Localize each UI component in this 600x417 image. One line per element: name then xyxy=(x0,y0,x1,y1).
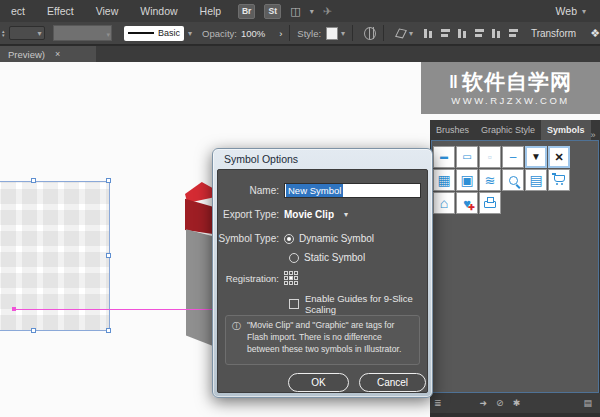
document-tab[interactable]: Preview) × xyxy=(0,46,96,62)
tab-symbols[interactable]: Symbols xyxy=(541,120,591,140)
selection-handle-bottom-right[interactable] xyxy=(106,328,111,333)
panel-overflow-icon[interactable]: » xyxy=(591,130,596,140)
gpu-performance-icon[interactable]: ✈ xyxy=(323,5,332,18)
nine-slice-row: Enable Guides for 9-Slice Scaling xyxy=(289,293,421,315)
calendar-symbol[interactable]: ▦ xyxy=(433,169,455,191)
separator xyxy=(289,25,290,41)
home-symbol[interactable]: ⌂ xyxy=(433,192,455,214)
arrange-documents-icon[interactable]: ◫ xyxy=(290,5,300,18)
separator xyxy=(352,25,353,41)
break-link-icon[interactable]: ⊘ xyxy=(496,398,504,408)
slider-symbol[interactable]: – xyxy=(502,146,524,168)
name-input[interactable]: New Symbol xyxy=(284,183,421,198)
fill-color-swatch[interactable]: ▾ xyxy=(53,25,112,41)
workspace-label: Web xyxy=(556,5,577,17)
scrollbar-symbol[interactable]: ▬ xyxy=(433,146,455,168)
opacity-value[interactable]: 100% xyxy=(241,28,265,39)
selection-handle-top-right[interactable] xyxy=(106,178,111,183)
name-label: Name: xyxy=(218,185,284,196)
search-symbol[interactable] xyxy=(502,169,524,191)
align-left-icon[interactable] xyxy=(423,28,434,39)
nine-slice-label: Enable Guides for 9-Slice Scaling xyxy=(305,293,421,315)
ok-button[interactable]: OK xyxy=(288,373,349,392)
magnifier-icon xyxy=(509,176,518,185)
selection-handle-bottom[interactable] xyxy=(31,328,36,333)
menu-item-view[interactable]: View xyxy=(85,0,130,22)
tiles-icon[interactable]: ❖ xyxy=(590,27,600,40)
close-icon[interactable]: × xyxy=(55,49,60,59)
symbol-libraries-menu-icon[interactable]: ≣ xyxy=(430,398,446,408)
favorites-symbol[interactable]: ♥ ✚ xyxy=(456,192,478,214)
dropdown-arrow-symbol[interactable]: ▼ xyxy=(525,146,547,168)
guide-line[interactable] xyxy=(14,309,214,310)
selection-handle-right[interactable] xyxy=(106,253,111,258)
recolor-artwork-icon[interactable] xyxy=(364,27,376,40)
button-symbol[interactable]: ▭ xyxy=(456,146,478,168)
radio-dynamic-symbol[interactable] xyxy=(284,234,294,244)
selection-handle-top[interactable] xyxy=(31,178,36,183)
plus-icon: ✚ xyxy=(468,204,475,212)
align-center-icon[interactable] xyxy=(440,28,451,39)
chevron-down-icon[interactable]: ▾ xyxy=(188,29,192,38)
style-swatch[interactable] xyxy=(326,27,338,40)
guide-handle[interactable] xyxy=(12,307,16,311)
align-right-icon[interactable] xyxy=(457,28,468,39)
chevron-down-icon[interactable]: ▾ xyxy=(409,29,413,38)
chevron-down-icon[interactable]: ▾ xyxy=(310,7,314,16)
registration-point[interactable] xyxy=(284,281,288,285)
stroke-style-label: Basic xyxy=(158,28,180,38)
registration-point[interactable] xyxy=(294,276,298,280)
print-symbol[interactable] xyxy=(479,192,501,214)
export-type-dropdown[interactable]: Movie Clip xyxy=(284,209,334,220)
new-symbol-icon[interactable]: ▤ xyxy=(583,398,600,408)
screen-symbol[interactable]: ▣ xyxy=(456,169,478,191)
registration-point[interactable] xyxy=(289,271,293,275)
illustrator-window: ect Effect View Window Help Br St ◫ ▾ ✈ … xyxy=(0,0,600,417)
menu-item-effect[interactable]: Effect xyxy=(36,0,85,22)
export-type-label: Export Type: xyxy=(218,209,284,220)
workspace-switcher[interactable]: Web ▾ xyxy=(556,0,586,22)
nine-slice-checkbox[interactable] xyxy=(289,299,299,309)
chevron-down-icon[interactable]: ▾ xyxy=(341,29,345,38)
tab-graphic-styles[interactable]: Graphic Style xyxy=(475,120,541,140)
place-symbol-instance-icon[interactable]: ➜ xyxy=(480,398,488,408)
card-symbol[interactable]: ▤ xyxy=(525,169,547,191)
registration-point[interactable] xyxy=(289,281,293,285)
document-tab-strip: Preview) × xyxy=(0,46,600,62)
preset-dropdown[interactable]: ▾ xyxy=(9,26,45,40)
symbol-options-icon[interactable]: ✱ xyxy=(513,398,521,408)
menu-item-window[interactable]: Window xyxy=(129,0,188,22)
menu-item-select[interactable]: ect xyxy=(0,0,36,22)
registration-point-selected[interactable] xyxy=(289,276,293,280)
distribute-bottom-icon[interactable] xyxy=(508,28,519,39)
registration-point[interactable] xyxy=(294,271,298,275)
registration-point[interactable] xyxy=(294,281,298,285)
registration-point[interactable] xyxy=(284,276,288,280)
distribute-center-icon[interactable] xyxy=(491,28,502,39)
rss-symbol[interactable]: ≋ xyxy=(479,169,501,191)
registration-grid[interactable] xyxy=(284,271,298,285)
menu-item-help[interactable]: Help xyxy=(189,0,233,22)
stroke-style-dropdown[interactable]: Basic xyxy=(124,26,184,41)
info-icon: ⓘ xyxy=(232,320,241,333)
box-gray-body[interactable] xyxy=(186,228,213,346)
registration-point[interactable] xyxy=(284,271,288,275)
cart-symbol[interactable] xyxy=(548,169,570,191)
value-stepper[interactable]: ▴ ▾ xyxy=(2,29,5,38)
dialog-body: Name: New Symbol Export Type: Movie Clip… xyxy=(217,169,428,393)
panel-symbol[interactable]: ▫ xyxy=(479,146,501,168)
bridge-button[interactable]: Br xyxy=(238,4,255,19)
tab-brushes[interactable]: Brushes xyxy=(430,120,475,140)
chevron-right-icon[interactable]: › xyxy=(279,28,282,39)
name-input-value: New Symbol xyxy=(286,184,343,197)
distribute-top-icon[interactable] xyxy=(474,28,485,39)
opacity-label: Opacity: xyxy=(202,28,237,39)
stepper-down-icon[interactable]: ▾ xyxy=(2,33,5,38)
shape-properties-icon[interactable] xyxy=(395,28,407,38)
cancel-button[interactable]: Cancel xyxy=(359,373,426,392)
close-symbol[interactable]: ✕ xyxy=(548,146,570,168)
stock-button[interactable]: St xyxy=(264,4,281,19)
transform-link[interactable]: Transform xyxy=(531,28,576,39)
symbols-panel: Brushes Graphic Style Symbols » ≡ ▬ ▭ ▫ … xyxy=(430,120,600,417)
radio-static-symbol[interactable] xyxy=(289,253,299,263)
